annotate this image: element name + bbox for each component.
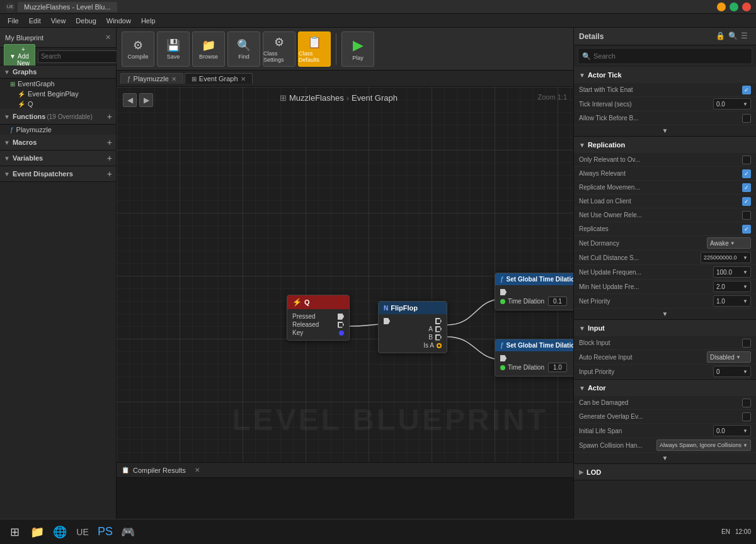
bc-name[interactable]: MuzzleFlashes: [289, 93, 344, 103]
lod-section-header[interactable]: ▶ LOD: [574, 464, 756, 480]
actor-header[interactable]: ▼ Actor: [574, 380, 756, 396]
close-button[interactable]: [742, 3, 751, 11]
std1-node[interactable]: ƒ Set Global Time Dilation Time Dilation…: [495, 273, 573, 310]
input-priority-value: 0: [716, 368, 720, 375]
event-dispatchers-add-button[interactable]: +: [107, 169, 112, 179]
taskbar-start[interactable]: ⊞: [5, 523, 24, 541]
playmuzzle-tab-close[interactable]: ✕: [171, 76, 176, 82]
net-cull-spinner[interactable]: 225000000.0 ▼: [701, 252, 751, 263]
zoom-label: Zoom 1:1: [538, 93, 567, 101]
min-net-update-spinner[interactable]: 2.0 ▼: [713, 281, 751, 292]
net-load-client-checkbox[interactable]: [742, 197, 751, 206]
details-lock-icon[interactable]: 🔒: [716, 31, 726, 42]
menu-debug[interactable]: Debug: [71, 16, 101, 26]
generate-overlap-checkbox[interactable]: [742, 412, 751, 421]
taskbar-ue[interactable]: UE: [73, 523, 92, 541]
net-use-owner-checkbox[interactable]: [742, 211, 751, 220]
graph-area[interactable]: ◀ ▶ ⊞ MuzzleFlashes › Event Graph Zoom 1…: [117, 87, 573, 462]
details-search-icon[interactable]: 🔍: [728, 31, 738, 42]
variables-add-button[interactable]: +: [107, 153, 112, 163]
q-node[interactable]: ⚡ Q Pressed Released Key: [287, 295, 350, 341]
input-header[interactable]: ▼ Input: [574, 320, 756, 336]
replication-header[interactable]: ▼ Replication: [574, 137, 756, 153]
replication-expand[interactable]: ▼: [574, 309, 756, 319]
net-update-freq-arrow[interactable]: ▼: [743, 269, 748, 275]
std2-time-dilation-value[interactable]: 1.0: [548, 363, 567, 372]
taskbar-explorer[interactable]: 📁: [28, 523, 47, 541]
event-graph-item[interactable]: ⊞ EventGraph: [0, 79, 116, 89]
can-be-damaged-checkbox[interactable]: [742, 399, 751, 407]
menu-file[interactable]: File: [3, 16, 24, 26]
class-settings-button[interactable]: ⚙ Class Settings: [263, 31, 295, 67]
only-relevant-checkbox[interactable]: [742, 156, 751, 164]
mybp-close[interactable]: ✕: [105, 33, 111, 42]
graphs-section-header[interactable]: ▼ Graphs: [0, 65, 116, 79]
cr-close[interactable]: ✕: [195, 467, 200, 473]
spawn-collision-arrow: ▼: [743, 443, 748, 448]
actor-tick-expand[interactable]: ▼: [574, 125, 756, 136]
maximize-button[interactable]: [730, 3, 738, 11]
input-priority-arrow[interactable]: ▼: [743, 369, 748, 375]
save-button[interactable]: 💾 Save: [157, 31, 190, 67]
title-tab[interactable]: MuzzleFlashes - Level Blu...: [18, 2, 117, 12]
functions-section-header[interactable]: ▼ Functions (19 Overridable) +: [0, 109, 116, 125]
start-with-tick-checkbox[interactable]: [742, 86, 751, 94]
menu-help[interactable]: Help: [136, 16, 161, 26]
spawn-collision-select[interactable]: Always Spawn, Ignore Collisions ▼: [656, 439, 751, 451]
tick-interval-spinner-arrow[interactable]: ▼: [743, 101, 748, 107]
playmuzzle-item[interactable]: ƒ Playmuzzle: [0, 125, 116, 135]
event-graph-tab-close[interactable]: ✕: [241, 76, 246, 82]
event-dispatchers-section-header[interactable]: ▼ Event Dispatchers +: [0, 166, 116, 182]
play-button[interactable]: ▶ Play: [341, 31, 374, 67]
net-dormancy-select[interactable]: Awake ▼: [707, 237, 751, 249]
net-cull-arrow[interactable]: ▼: [743, 255, 748, 261]
menu-window[interactable]: Window: [101, 16, 136, 26]
initial-life-span-spinner[interactable]: 0.0 ▼: [713, 425, 751, 436]
taskbar-ps[interactable]: PS: [96, 523, 115, 541]
macros-section-header[interactable]: ▼ Macros +: [0, 135, 116, 150]
tick-interval-spinner[interactable]: 0.0 ▼: [713, 98, 751, 110]
block-input-checkbox[interactable]: [742, 339, 751, 348]
menu-view[interactable]: View: [46, 16, 71, 26]
std1-time-dilation-value[interactable]: 0.1: [548, 297, 567, 306]
functions-add-button[interactable]: +: [107, 111, 112, 122]
event-begin-play-item[interactable]: ⚡ Event BeginPlay: [0, 89, 116, 99]
input-priority-spinner[interactable]: 0 ▼: [713, 366, 751, 377]
replicates-checkbox[interactable]: [742, 225, 751, 234]
allow-tick-checkbox[interactable]: [742, 114, 751, 123]
replicate-movement-checkbox[interactable]: [742, 183, 751, 192]
nav-forward[interactable]: ▶: [139, 93, 153, 107]
details-menu-icon[interactable]: ☰: [741, 31, 751, 42]
browse-button[interactable]: 📁 Browse: [192, 31, 225, 67]
initial-life-span-arrow[interactable]: ▼: [743, 428, 748, 434]
variables-section-header[interactable]: ▼ Variables +: [0, 150, 116, 166]
min-net-update-arrow[interactable]: ▼: [743, 284, 748, 290]
playmuzzle-tab[interactable]: ƒ Playmuzzle ✕: [120, 73, 183, 84]
macros-add-button[interactable]: +: [107, 137, 112, 147]
search-right-input[interactable]: [593, 52, 748, 60]
auto-receive-input-select[interactable]: Disabled ▼: [707, 351, 751, 363]
bc-current[interactable]: Event Graph: [352, 93, 398, 103]
taskbar-misc[interactable]: 🎮: [118, 523, 137, 541]
only-relevant-control: [742, 156, 751, 164]
menu-edit[interactable]: Edit: [24, 16, 46, 26]
initial-life-span-control: 0.0 ▼: [713, 425, 751, 436]
actor-tick-header[interactable]: ▼ Actor Tick: [574, 67, 756, 83]
q-item[interactable]: ⚡ Q: [0, 99, 116, 109]
class-defaults-button[interactable]: 📋 Class Defaults: [298, 31, 331, 67]
always-relevant-checkbox[interactable]: [742, 169, 751, 178]
flipflop-node[interactable]: N FlipFlop A B: [378, 301, 447, 353]
find-button[interactable]: 🔍 Find: [227, 31, 260, 67]
std2-node[interactable]: ƒ Set Global Time Dilation Time Dilation…: [495, 339, 573, 377]
compile-button[interactable]: ⚙ Compile: [122, 31, 154, 67]
actor-expand[interactable]: ▼: [574, 453, 756, 463]
nav-back[interactable]: ◀: [123, 93, 137, 107]
net-priority-spinner[interactable]: 1.0 ▼: [713, 295, 751, 307]
spawn-collision-control: Always Spawn, Ignore Collisions ▼: [656, 439, 751, 451]
net-update-freq-spinner[interactable]: 100.0 ▼: [713, 266, 751, 278]
minimize-button[interactable]: [717, 3, 726, 11]
left-search-input[interactable]: [38, 50, 124, 63]
event-graph-tab[interactable]: ⊞ Event Graph ✕: [185, 73, 253, 84]
net-priority-arrow[interactable]: ▼: [743, 298, 748, 304]
taskbar-chrome[interactable]: 🌐: [50, 523, 69, 541]
